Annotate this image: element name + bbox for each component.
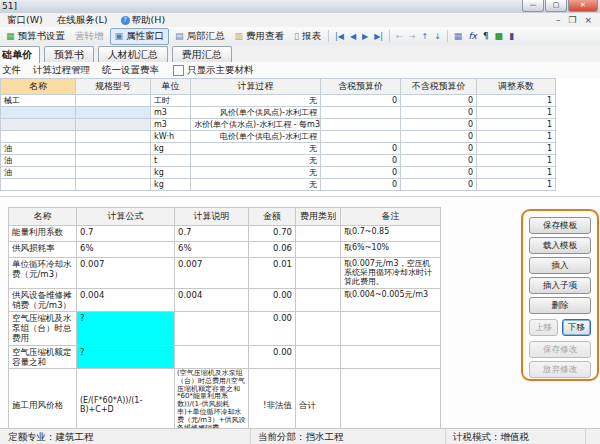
cell[interactable]: [296, 311, 341, 345]
cell[interactable]: t: [151, 155, 191, 167]
calc-process-manage-item[interactable]: 计算过程管理: [27, 64, 96, 77]
column-header[interactable]: 备注: [341, 208, 441, 226]
cell[interactable]: 6%: [175, 242, 249, 258]
cell[interactable]: kg: [151, 179, 191, 191]
cell[interactable]: 0.06: [249, 242, 296, 258]
cell[interactable]: 油: [1, 155, 76, 167]
book-icon[interactable]: ▮: [506, 31, 517, 41]
cell[interactable]: [296, 345, 341, 368]
cell[interactable]: 无: [191, 95, 321, 107]
cell[interactable]: 水价(单个供水点)-水利工程 - 每m3: [191, 119, 321, 131]
cell[interactable]: [76, 167, 151, 179]
properties-window-button[interactable]: ▣ 属性窗口: [110, 28, 170, 45]
cell[interactable]: 1: [477, 143, 556, 155]
cell[interactable]: 无: [191, 179, 321, 191]
cell[interactable]: 0: [321, 155, 401, 167]
arrow-down-icon[interactable]: ↓: [431, 32, 444, 41]
cell[interactable]: [341, 311, 441, 345]
cell[interactable]: 6%: [77, 242, 175, 258]
arrow-left-icon[interactable]: ←: [393, 32, 406, 41]
column-header[interactable]: 计算公式: [77, 208, 175, 226]
cell[interactable]: 供风损耗率: [9, 242, 77, 258]
cell[interactable]: 空气压缩机及水泵组（台）时总费用: [9, 311, 77, 345]
cell[interactable]: kW·h: [151, 131, 191, 143]
column-header[interactable]: 计算说明: [175, 208, 249, 226]
cell[interactable]: 1: [477, 179, 556, 191]
minimize-button[interactable]: —: [522, 0, 544, 12]
partial-summary-button[interactable]: ▤ 局部汇总: [171, 29, 229, 44]
insert-button[interactable]: 插入: [529, 257, 591, 274]
cell[interactable]: [321, 119, 401, 131]
cell[interactable]: 0.007: [77, 258, 175, 289]
load-template-button[interactable]: 载入模板: [529, 237, 591, 254]
cell[interactable]: [1, 131, 76, 143]
cell[interactable]: 无: [191, 155, 321, 167]
cell[interactable]: 0: [401, 167, 477, 179]
cell[interactable]: 0.70: [249, 226, 296, 242]
cell[interactable]: [1, 107, 76, 119]
cell[interactable]: 油: [1, 143, 76, 155]
cell[interactable]: [1, 119, 76, 131]
cell[interactable]: 能量利用系数: [9, 226, 77, 242]
cell[interactable]: kg: [151, 143, 191, 155]
cell[interactable]: [76, 155, 151, 167]
cell[interactable]: 工时: [151, 95, 191, 107]
calculator-icon[interactable]: ▦: [451, 31, 466, 41]
tab-labor-material-machine-summary[interactable]: 人材机汇总: [98, 46, 168, 62]
cell[interactable]: 0: [321, 143, 401, 155]
nav-last-icon[interactable]: ▶|: [371, 32, 386, 41]
arrow-right-icon[interactable]: →: [406, 32, 419, 41]
cell[interactable]: [76, 107, 151, 119]
cell[interactable]: [175, 311, 249, 345]
cell[interactable]: [175, 345, 249, 368]
cell[interactable]: 1: [477, 119, 556, 131]
cell[interactable]: 空气压缩机额定容量之和: [9, 345, 77, 368]
cell[interactable]: 油: [1, 167, 76, 179]
tab-fee-summary[interactable]: 费用汇总: [172, 46, 232, 62]
nav-next-icon[interactable]: ▶: [359, 32, 371, 41]
nav-first-icon[interactable]: |◀: [332, 32, 347, 41]
cell[interactable]: 无: [191, 167, 321, 179]
delete-button[interactable]: 删除: [529, 297, 591, 314]
budget-settings-button[interactable]: ▦ 预算书设置: [2, 29, 69, 44]
cell[interactable]: 1: [477, 155, 556, 167]
report-button[interactable]: ▯ 报表: [290, 29, 325, 44]
cell[interactable]: [321, 107, 401, 119]
column-header[interactable]: 计算过程: [191, 79, 321, 95]
column-header[interactable]: 名称: [1, 79, 76, 95]
arrow-up-icon[interactable]: ↑: [418, 32, 431, 41]
column-header[interactable]: 金额: [249, 208, 296, 226]
cell[interactable]: 0.00: [249, 311, 296, 345]
menu-online-service[interactable]: 在线服务(L): [50, 14, 115, 27]
fee-view-button[interactable]: ▥ 费用查看: [231, 29, 289, 44]
tab-base-unit-price[interactable]: 础单价: [0, 46, 40, 63]
cell[interactable]: 械工: [1, 95, 76, 107]
cell[interactable]: 0: [401, 119, 477, 131]
insert-child-button[interactable]: 插入子项: [529, 277, 591, 294]
pilcrow-icon[interactable]: ¶: [480, 31, 492, 41]
cell[interactable]: [296, 258, 341, 289]
cell[interactable]: [76, 179, 151, 191]
cell[interactable]: 取6%~10%: [341, 242, 441, 258]
cell[interactable]: [76, 119, 151, 131]
cell[interactable]: 取0.7~0.85: [341, 226, 441, 242]
cell[interactable]: 取0.007元/m3，空压机系统采用循环冷却水时计算此费用。: [341, 258, 441, 289]
column-header[interactable]: 调整系数: [477, 79, 556, 95]
cell[interactable]: 0: [401, 95, 477, 107]
cell[interactable]: 0.004: [77, 288, 175, 311]
highlighted-cell[interactable]: ?: [77, 311, 175, 345]
cell[interactable]: 0.00: [249, 288, 296, 311]
cell[interactable]: 0: [321, 179, 401, 191]
cell[interactable]: 风价(单个供风点)-水利工程: [191, 107, 321, 119]
file-menu-item[interactable]: 文件: [0, 64, 27, 77]
menu-window[interactable]: 窗口(W): [0, 14, 50, 27]
tab-budget-book[interactable]: 预算书: [44, 46, 94, 62]
cell[interactable]: 0.007: [175, 258, 249, 289]
cell[interactable]: 单位循环冷却水费（元/m3）: [9, 258, 77, 289]
unified-rate-setting-item[interactable]: 统一设置费率: [96, 64, 165, 77]
cell[interactable]: 无: [191, 143, 321, 155]
column-header[interactable]: 不含税预算价: [401, 79, 477, 95]
cell[interactable]: 0.01: [249, 258, 296, 289]
move-down-button[interactable]: 下移: [562, 319, 591, 336]
child-minimize-button[interactable]: –: [552, 15, 565, 25]
